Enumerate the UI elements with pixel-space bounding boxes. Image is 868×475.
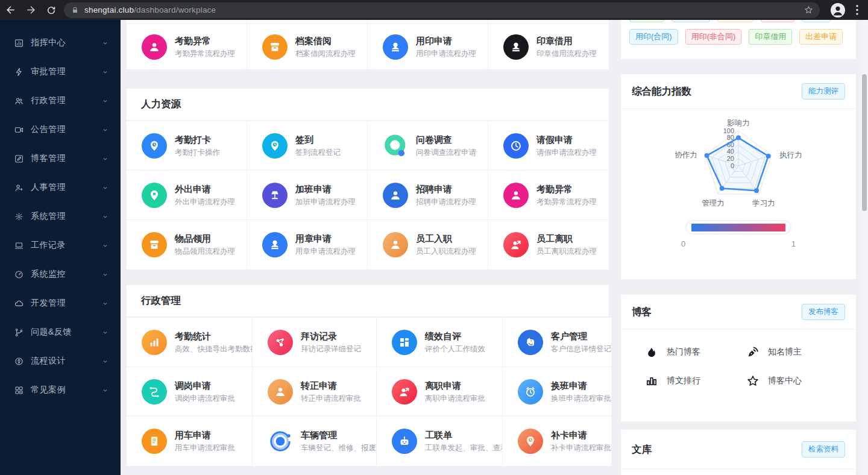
section-title: 人力资源 <box>127 89 609 120</box>
sidebar-item-label: 流程设计 <box>31 356 102 366</box>
page-scrollbar[interactable] <box>861 20 868 475</box>
app-card-subtitle: 问卷调查流程申请 <box>416 148 476 158</box>
app-card-加班申请[interactable]: 加班申请加班申请流程办理 <box>247 171 368 220</box>
quick-tag-出差申请[interactable]: 出差申请 <box>799 29 843 45</box>
section-hr: 人力资源 考勤打卡考勤打卡操作签到签到流程登记问卷调查问卷调查流程申请请假申请请… <box>127 89 609 269</box>
app-card-用车申请[interactable]: 用车申请用车申请流程审批 <box>127 417 253 466</box>
visual-map-slider[interactable] <box>687 221 790 233</box>
sidebar-item-8[interactable]: 工作记录 <box>0 231 121 260</box>
sidebar-item-10[interactable]: 开发管理 <box>0 289 121 318</box>
scrollbar-thumb[interactable] <box>862 74 867 211</box>
sidebar-item-label: 行政管理 <box>31 95 102 106</box>
app-card-绩效自评[interactable]: 绩效自评评价个人工作绩效 <box>377 318 503 367</box>
app-card-考勤打卡[interactable]: 考勤打卡考勤打卡操作 <box>127 121 247 171</box>
blog-item-博文排行[interactable]: 博文排行 <box>645 374 746 388</box>
app-card-客户管理[interactable]: 客户管理客户信息详情登记 <box>503 318 611 367</box>
blog-item-热门博客[interactable]: 热门博客 <box>645 345 746 359</box>
app-card-subtitle: 用车申请流程审批 <box>175 443 235 453</box>
svg-text:学习力: 学习力 <box>752 199 775 207</box>
pin-icon <box>142 183 167 208</box>
profile-avatar[interactable] <box>831 3 845 17</box>
app-card-问卷调查[interactable]: 问卷调查问卷调查流程申请 <box>368 121 488 171</box>
app-card-title: 请假申请 <box>536 134 573 145</box>
sidebar-item-13[interactable]: 常见案例 <box>0 376 121 404</box>
sidebar-item-7[interactable]: 系统管理 <box>0 202 121 231</box>
app-card-请假申请[interactable]: 请假申请请假申请流程办理 <box>488 121 609 171</box>
quick-tag-cutoff[interactable] <box>671 20 710 22</box>
app-card-离职申请[interactable]: 离职申请离职申请流程审批 <box>377 367 503 417</box>
app-card-转正申请[interactable]: 转正申请转正申请流程审批 <box>253 367 377 417</box>
publish-blog-button[interactable]: 发布博客 <box>802 304 845 320</box>
app-card-补卡申请[interactable]: 补卡申请补卡申请流程审批 <box>503 417 611 466</box>
blog-item-博客中心[interactable]: 博客中心 <box>746 374 848 388</box>
app-card-签到[interactable]: 签到签到流程登记 <box>247 121 368 171</box>
forward-icon[interactable] <box>20 2 41 18</box>
person-icon <box>383 183 408 208</box>
app-card-档案借阅[interactable]: 档案借阅档案借阅流程办理 <box>247 24 368 69</box>
app-card-title: 调岗申请 <box>175 380 211 391</box>
app-card-拜访记录[interactable]: 拜访记录拜访记录详细登记 <box>253 318 377 367</box>
app-card-员工入职[interactable]: 员工入职员工入职流程办理 <box>368 220 488 269</box>
radar-chart: 100806040200影响力执行力学习力管理力协作力 <box>636 112 841 217</box>
url-bar[interactable]: shengtai.club/dashboard/workplace <box>64 2 820 18</box>
quick-tag-cutoff[interactable] <box>802 20 831 22</box>
sidebar-item-6[interactable]: 人事管理 <box>0 173 121 202</box>
blog-item-知名博主[interactable]: 知名博主 <box>746 345 848 359</box>
quick-tag-用印(合同)[interactable]: 用印(合同) <box>629 29 678 45</box>
quick-tag-cutoff[interactable] <box>761 20 794 22</box>
quick-tag-cutoff[interactable] <box>629 20 664 22</box>
sidebar-item-1[interactable]: 指挥中心 <box>0 28 121 57</box>
app-card-工联单[interactable]: 工联单工联单发起、审批、查看 <box>377 417 503 466</box>
sidebar-item-4[interactable]: 公告管理 <box>0 115 121 144</box>
app-card-考勤异常[interactable]: 考勤异常考勤异常流程办理 <box>488 171 609 220</box>
doc-icon <box>142 429 167 454</box>
pin-clock-icon <box>142 133 167 159</box>
sidebar-item-12[interactable]: 流程设计 <box>0 347 121 376</box>
app-card-考勤统计[interactable]: 考勤统计高效、快捷导出考勤数据 <box>127 318 253 367</box>
app-card-考勤异常[interactable]: 考勤异常考勤异常流程办理 <box>127 24 247 69</box>
search-docs-button[interactable]: 检索资料 <box>802 441 845 458</box>
browser-menu-icon[interactable] <box>851 2 863 18</box>
app-card-车辆管理[interactable]: 车辆管理车辆登记、维修、报废 <box>253 417 377 466</box>
app-card-subtitle: 物品领用流程办理 <box>175 247 235 257</box>
alarm-icon <box>518 379 543 404</box>
app-card-换班申请[interactable]: 换班申请换班申请流程审批 <box>503 367 611 417</box>
app-card-招聘申请[interactable]: 招聘申请招聘申请流程办理 <box>368 171 488 220</box>
stamp-icon <box>503 34 529 60</box>
molecule-icon <box>268 330 293 355</box>
visual-map-min: 0 <box>681 239 685 248</box>
quick-tag-cutoff[interactable] <box>717 20 753 22</box>
app-card-外出申请[interactable]: 外出申请外出申请流程办理 <box>127 171 247 220</box>
app-card-印章借用[interactable]: 印章借用印章借用流程办理 <box>488 24 609 69</box>
box-icon <box>142 232 167 257</box>
app-card-物品领用[interactable]: 物品领用物品领用流程办理 <box>127 220 247 269</box>
bookmark-star-icon[interactable] <box>804 5 814 15</box>
clock-icon <box>503 133 529 159</box>
sidebar-item-9[interactable]: 系统监控 <box>0 260 121 289</box>
app-card-subtitle: 高效、快捷导出考勤数据 <box>175 344 252 354</box>
sidebar-item-5[interactable]: 博客管理 <box>0 144 121 173</box>
app-card-subtitle: 换班申请流程审批 <box>551 394 611 404</box>
person-icon <box>268 379 293 404</box>
sidebar-item-2[interactable]: 审批管理 <box>0 57 121 86</box>
app-card-subtitle: 补卡申请流程审批 <box>551 443 611 453</box>
section-admin: 行政管理 考勤统计高效、快捷导出考勤数据拜访记录拜访记录详细登记绩效自评评价个人… <box>127 285 609 466</box>
sidebar-item-3[interactable]: 行政管理 <box>0 86 121 115</box>
app-card-用印申请[interactable]: 用印申请用印申请流程办理 <box>368 24 488 69</box>
app-card-用章申请[interactable]: 用章申请用章申请流程办理 <box>247 220 368 269</box>
back-icon[interactable] <box>0 2 20 18</box>
app-card-subtitle: 工联单发起、审批、查看 <box>425 443 502 453</box>
stamp-icon <box>383 34 408 60</box>
refresh-icon[interactable] <box>41 2 61 18</box>
ability-test-button[interactable]: 能力测评 <box>802 83 845 99</box>
dog-icon <box>518 330 543 355</box>
library-title: 文库 <box>632 443 652 456</box>
sidebar-item-11[interactable]: 问题&反馈 <box>0 318 121 347</box>
app-card-调岗申请[interactable]: 调岗申请调岗申请流程审批 <box>127 367 253 417</box>
app-card-title: 用车申请 <box>175 430 211 440</box>
app-card-员工离职[interactable]: 员工离职员工离职流程办理 <box>488 220 609 269</box>
quick-tag-用印(非合同)[interactable]: 用印(非合同) <box>685 29 742 45</box>
sidebar: 指挥中心审批管理行政管理公告管理博客管理人事管理系统管理工作记录系统监控开发管理… <box>0 20 121 475</box>
app-card-subtitle: 员工离职流程办理 <box>536 247 597 257</box>
quick-tag-印章借用[interactable]: 印章借用 <box>749 29 792 45</box>
